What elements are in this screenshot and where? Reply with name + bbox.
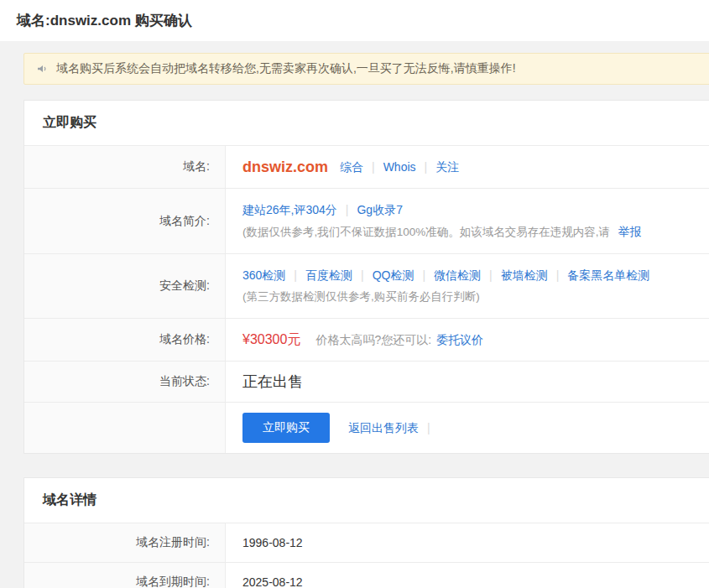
- domain-label: 域名:: [24, 146, 226, 188]
- registration-date-row: 域名注册时间: 1996-08-12: [24, 523, 709, 562]
- notice-bar: 域名购买后系统会自动把域名转移给您,无需卖家再次确认,一旦买了无法反悔,请慎重操…: [23, 53, 709, 85]
- security-row: 安全检测: 360检测 百度检测 QQ检测 微信检测 被墙检测 备案黑名单检测 …: [24, 253, 709, 318]
- divider: [489, 264, 493, 286]
- actions-label-spacer: [24, 403, 226, 453]
- intro-disclaimer: (数据仅供参考,我们不保证数据100%准确。如该域名交易存在违规内容,请 举报: [242, 221, 709, 243]
- price-value: ¥30300元: [242, 329, 300, 351]
- intro-disclaimer-text: (数据仅供参考,我们不保证数据100%准确。如该域名交易存在违规内容,请: [242, 226, 610, 238]
- actions-row: 立即购买 返回出售列表: [24, 402, 709, 453]
- check-wechat-link[interactable]: 微信检测: [434, 264, 481, 286]
- details-card: 域名详情 域名注册时间: 1996-08-12 域名到期时间: 2025-08-…: [23, 477, 709, 588]
- status-value: 正在出售: [242, 372, 709, 392]
- details-card-title: 域名详情: [24, 478, 709, 523]
- buy-card-title: 立即购买: [24, 101, 709, 145]
- divider: [346, 199, 349, 221]
- expiration-date-value: 2025-08-12: [242, 575, 709, 588]
- domain-overview-link[interactable]: 综合: [340, 156, 363, 178]
- divider: [294, 264, 297, 286]
- divider: [422, 264, 425, 286]
- price-hint: 价格太高吗?您还可以:: [315, 329, 431, 351]
- report-link[interactable]: 举报: [618, 225, 642, 238]
- notice-text: 域名购买后系统会自动把域名转移给您,无需卖家再次确认,一旦买了无法反悔,请慎重操…: [56, 61, 516, 76]
- security-disclaimer: (第三方数据检测仅供参考,购买前务必自行判断): [242, 286, 709, 308]
- divider: [427, 417, 430, 439]
- registration-date-label: 域名注册时间:: [24, 523, 226, 562]
- check-360-link[interactable]: 360检测: [242, 264, 285, 286]
- check-gfw-link[interactable]: 被墙检测: [501, 264, 548, 286]
- back-to-list-link[interactable]: 返回出售列表: [348, 417, 419, 439]
- google-index-link[interactable]: Gg收录7: [357, 199, 402, 221]
- negotiate-link[interactable]: 委托议价: [436, 329, 483, 351]
- check-baidu-link[interactable]: 百度检测: [305, 264, 352, 286]
- domain-name: dnswiz.com: [242, 156, 328, 178]
- security-label: 安全检测:: [24, 254, 226, 318]
- domain-row: 域名: dnswiz.com 综合 Whois 关注: [24, 145, 709, 188]
- divider: [556, 264, 560, 286]
- buy-now-button[interactable]: 立即购买: [242, 413, 330, 443]
- site-age-score-link[interactable]: 建站26年,评304分: [242, 199, 337, 221]
- price-label: 域名价格:: [24, 319, 226, 361]
- status-row: 当前状态: 正在出售: [24, 361, 709, 402]
- status-label: 当前状态:: [24, 362, 226, 402]
- announcement-icon: [36, 62, 50, 75]
- price-row: 域名价格: ¥30300元 价格太高吗?您还可以: 委托议价: [24, 318, 709, 361]
- registration-date-value: 1996-08-12: [242, 536, 709, 549]
- page-content: 域名购买后系统会自动把域名转移给您,无需卖家再次确认,一旦买了无法反悔,请慎重操…: [0, 41, 709, 588]
- expiration-date-row: 域名到期时间: 2025-08-12: [24, 562, 709, 588]
- page-header: 域名:dnswiz.com 购买确认: [0, 0, 709, 41]
- page-title: 域名:dnswiz.com 购买确认: [17, 11, 692, 30]
- intro-row: 域名简介: 建站26年,评304分 Gg收录7 (数据仅供参考,我们不保证数据1…: [24, 188, 709, 253]
- whois-link[interactable]: Whois: [383, 156, 416, 178]
- check-qq-link[interactable]: QQ检测: [373, 264, 414, 286]
- intro-label: 域名简介:: [24, 189, 226, 253]
- divider: [361, 264, 364, 286]
- divider: [425, 156, 428, 178]
- check-icp-blacklist-link[interactable]: 备案黑名单检测: [567, 264, 649, 286]
- divider: [372, 156, 375, 178]
- buy-card: 立即购买 域名: dnswiz.com 综合 Whois 关注 域名简介: 建站…: [23, 100, 709, 454]
- follow-link[interactable]: 关注: [435, 156, 459, 178]
- expiration-date-label: 域名到期时间:: [24, 563, 226, 588]
